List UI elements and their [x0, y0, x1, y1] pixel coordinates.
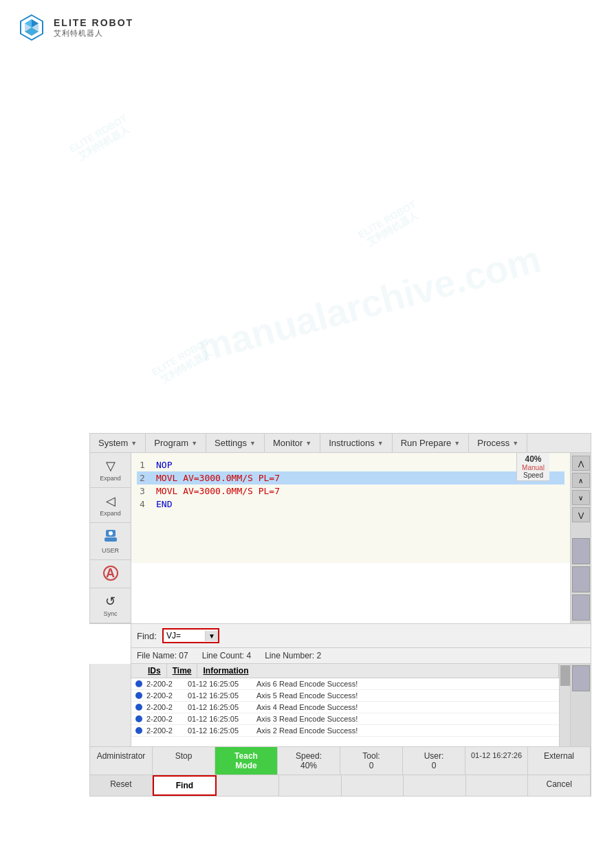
sidebar-expand-2[interactable]: ◁ Expand: [90, 488, 131, 523]
svg-rect-6: [105, 537, 117, 542]
elite-robot-logo: [17, 12, 47, 43]
watermark-3: ELITE ROBOT艾利特机器人: [150, 336, 218, 389]
a-icon: A: [103, 566, 118, 581]
editor-container: ▽ Expand ◁ Expand USER A: [89, 452, 591, 624]
find-dropdown-button[interactable]: ▼: [205, 631, 218, 641]
find-input[interactable]: [164, 630, 205, 642]
right-box-1: [572, 538, 590, 564]
log-scrollbar[interactable]: [559, 664, 570, 746]
menu-run-prepare[interactable]: Run Prepare ▼: [393, 434, 470, 452]
log-sidebar: [90, 664, 131, 746]
right-scroll-controls: ⋀ ∧ ∨ ⋁: [570, 453, 591, 623]
code-line-1: 1 NOP: [137, 458, 564, 471]
log-time-2: 01-12 16:25:05: [188, 703, 256, 711]
empty-action-2: [279, 775, 342, 796]
status-bar: File Name: 07 Line Count: 4 Line Number:…: [131, 648, 591, 664]
log-col-time[interactable]: Time: [167, 664, 198, 678]
log-time-3: 01-12 16:25:05: [188, 715, 256, 723]
log-right-box: [572, 665, 590, 691]
find-bar: Find: ▼: [131, 624, 591, 648]
log-id-1: 2-200-2: [146, 691, 188, 700]
log-id-0: 2-200-2: [146, 680, 188, 688]
empty-action-1: [217, 775, 279, 796]
toolbar-speed[interactable]: Speed:40%: [278, 747, 340, 775]
main-ui: System ▼ Program ▼ Settings ▼ Monitor ▼ …: [89, 433, 591, 797]
code-line-2[interactable]: 2 MOVL AV=3000.0MM/S PL=7: [137, 471, 564, 485]
log-info-2: Axis 4 Read Encode Success!: [256, 703, 559, 711]
toolbar-tool[interactable]: Tool:0: [340, 747, 403, 775]
menu-program[interactable]: Program ▼: [146, 434, 206, 452]
user-icon: [104, 528, 118, 546]
instructions-chevron: ▼: [377, 440, 384, 447]
watermark-1: ELITE ROBOT艾利特机器人: [67, 113, 135, 166]
log-time-4: 01-12 16:25:05: [188, 726, 256, 735]
sidebar-expand-1[interactable]: ▽ Expand: [90, 453, 131, 488]
log-info-3: Axis 3 Read Encode Success!: [256, 715, 559, 723]
scroll-down[interactable]: ∨: [572, 490, 590, 505]
log-time-0: 01-12 16:25:05: [188, 680, 256, 688]
toolbar-user-num[interactable]: User:0: [403, 747, 465, 775]
log-info-1: Axis 5 Read Encode Success!: [256, 691, 559, 700]
left-sidebar: ▽ Expand ◁ Expand USER A: [90, 453, 131, 623]
run-prepare-chevron: ▼: [454, 440, 460, 447]
menu-system[interactable]: System ▼: [90, 434, 146, 452]
expand-left-icon: ◁: [106, 493, 116, 509]
scroll-down-double[interactable]: ⋁: [572, 507, 590, 522]
sidebar-sync[interactable]: ↺ Sync: [90, 588, 131, 623]
header: ELITE ROBOT 艾利特机器人: [0, 0, 614, 55]
code-line-3: 3 MOVL AV=3000.0MM/S PL=7: [137, 485, 564, 498]
log-id-2: 2-200-2: [146, 703, 188, 711]
log-id-3: 2-200-2: [146, 715, 188, 723]
watermark-archive: manualarchive.com: [193, 237, 545, 371]
scroll-up-double[interactable]: ⋀: [572, 456, 590, 471]
monitor-chevron: ▼: [305, 440, 311, 447]
menu-settings[interactable]: Settings ▼: [206, 434, 265, 452]
log-time-1: 01-12 16:25:05: [188, 691, 256, 700]
logo-text: ELITE ROBOT 艾利特机器人: [54, 17, 133, 38]
log-info-0: Axis 6 Read Encode Success!: [256, 680, 559, 688]
code-area: 1 NOP 2 MOVL AV=3000.0MM/S PL=7 3 MOVL A…: [131, 453, 570, 623]
log-col-info[interactable]: Information: [197, 664, 559, 678]
menu-instructions[interactable]: Instructions ▼: [320, 434, 392, 452]
empty-action-5: [466, 775, 529, 796]
log-row-3: 2-200-2 01-12 16:25:05 Axis 3 Read Encod…: [131, 713, 559, 725]
menu-monitor[interactable]: Monitor ▼: [265, 434, 320, 452]
speed-indicator: 40% Manual Speed: [516, 453, 549, 481]
speed-mode: Manual: [521, 464, 545, 471]
log-scrollbar-thumb: [560, 665, 570, 686]
program-chevron: ▼: [191, 440, 197, 447]
toolbar-teach-mode[interactable]: TeachMode: [215, 747, 278, 775]
sync-icon: ↺: [105, 594, 116, 609]
find-input-wrapper: ▼: [162, 628, 219, 643]
log-dot-2: [135, 704, 142, 711]
find-label: Find:: [137, 631, 157, 641]
code-line-4: 4 END: [137, 498, 564, 511]
svg-point-7: [109, 531, 113, 535]
empty-action-4: [404, 775, 466, 796]
empty-action-3: [342, 775, 404, 796]
system-chevron: ▼: [131, 440, 137, 447]
scroll-up[interactable]: ∧: [572, 473, 590, 488]
log-header: IDs Time Information: [131, 664, 559, 678]
menu-process[interactable]: Process ▼: [469, 434, 527, 452]
expand-down-icon: ▽: [106, 458, 116, 474]
sidebar-a-btn[interactable]: A: [90, 560, 131, 588]
log-id-4: 2-200-2: [146, 726, 188, 735]
status-linenumber: Line Number: 2: [265, 651, 321, 660]
status-filename: File Name: 07: [137, 651, 188, 660]
log-col-id[interactable]: IDs: [142, 664, 167, 678]
reset-button[interactable]: Reset: [90, 775, 153, 796]
find-button[interactable]: Find: [153, 775, 217, 796]
toolbar-user: Administrator: [90, 747, 153, 775]
sidebar-user[interactable]: USER: [90, 523, 131, 560]
toolbar-stop[interactable]: Stop: [153, 747, 215, 775]
toolbar-datetime: 01-12 16:27:26: [465, 747, 528, 775]
status-linecount: Line Count: 4: [202, 651, 251, 660]
log-dot-4: [135, 727, 142, 734]
toolbar-external[interactable]: External: [528, 747, 591, 775]
cancel-button[interactable]: Cancel: [528, 775, 591, 796]
right-box-3: [572, 594, 590, 621]
settings-chevron: ▼: [250, 440, 256, 447]
speed-percent: 40%: [521, 454, 545, 464]
log-dot-3: [135, 715, 142, 722]
